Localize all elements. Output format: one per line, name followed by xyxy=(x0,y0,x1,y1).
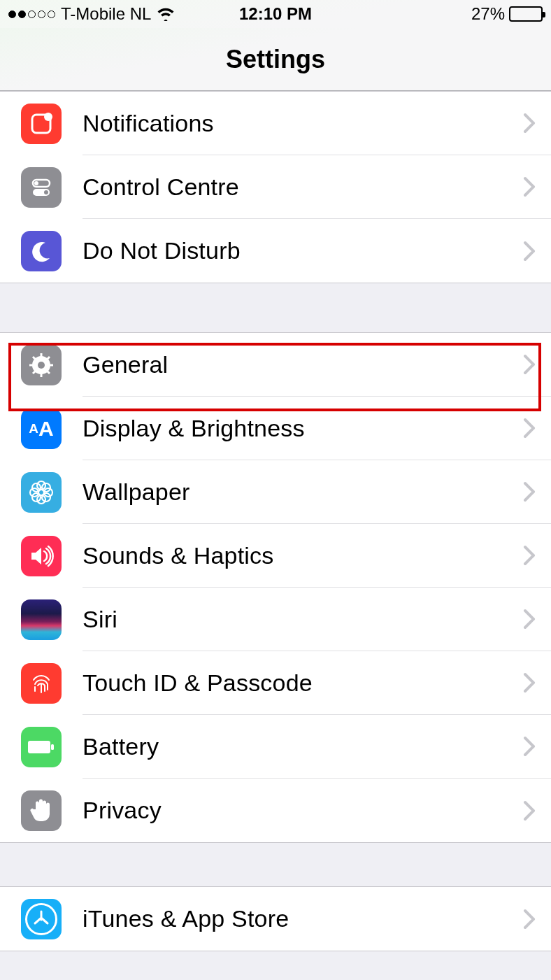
row-label: Wallpaper xyxy=(83,478,190,506)
svg-rect-26 xyxy=(51,744,54,750)
chevron-right-icon xyxy=(523,545,536,566)
fingerprint-icon xyxy=(21,663,62,704)
row-label: Do Not Disturb xyxy=(83,237,241,264)
page-title: Settings xyxy=(0,28,551,91)
svg-line-13 xyxy=(47,371,50,374)
hand-icon xyxy=(21,790,62,831)
row-do-not-disturb[interactable]: Do Not Disturb xyxy=(0,219,551,283)
chevron-right-icon xyxy=(523,176,536,197)
svg-point-20 xyxy=(44,488,52,497)
row-label: Notifications xyxy=(83,110,214,137)
row-label: General xyxy=(83,351,168,378)
row-general[interactable]: General xyxy=(0,333,551,397)
siri-icon xyxy=(21,599,62,640)
svg-point-1 xyxy=(44,113,52,121)
row-control-centre[interactable]: Control Centre xyxy=(0,155,551,219)
row-label: Control Centre xyxy=(83,173,239,201)
row-wallpaper[interactable]: Wallpaper xyxy=(0,460,551,524)
row-battery[interactable]: Battery xyxy=(0,715,551,779)
row-notifications[interactable]: Notifications xyxy=(0,92,551,155)
row-siri[interactable]: Siri xyxy=(0,588,551,651)
control-centre-icon xyxy=(21,167,62,208)
chevron-right-icon xyxy=(523,113,536,134)
status-right: 27% xyxy=(471,4,543,24)
carrier-text: T-Mobile NL xyxy=(61,4,151,24)
chevron-right-icon xyxy=(523,481,536,502)
row-label: Privacy xyxy=(83,797,162,824)
battery-percent: 27% xyxy=(471,4,505,24)
chevron-right-icon xyxy=(523,418,536,439)
svg-line-29 xyxy=(42,918,48,923)
svg-line-28 xyxy=(35,918,41,923)
text-size-icon: AA xyxy=(21,409,62,449)
row-sounds-haptics[interactable]: Sounds & Haptics xyxy=(0,524,551,588)
row-display-brightness[interactable]: AA Display & Brightness xyxy=(0,397,551,460)
flower-icon xyxy=(21,472,62,513)
row-label: Sounds & Haptics xyxy=(83,542,273,569)
svg-point-7 xyxy=(38,362,45,369)
row-label: Display & Brightness xyxy=(83,415,305,442)
svg-point-19 xyxy=(30,488,38,497)
svg-point-3 xyxy=(34,181,38,185)
row-label: Touch ID & Passcode xyxy=(83,669,313,697)
svg-point-5 xyxy=(44,190,48,194)
clock: 12:10 PM xyxy=(239,4,312,24)
svg-point-17 xyxy=(37,481,45,490)
app-store-icon xyxy=(21,899,62,939)
speaker-icon xyxy=(21,536,62,576)
battery-icon xyxy=(21,727,62,767)
chevron-right-icon xyxy=(523,609,536,630)
svg-point-18 xyxy=(37,495,45,504)
row-label: iTunes & App Store xyxy=(83,905,289,932)
chevron-right-icon xyxy=(523,241,536,262)
svg-point-23 xyxy=(42,483,50,492)
battery-icon xyxy=(509,6,543,22)
svg-line-15 xyxy=(33,371,36,374)
row-privacy[interactable]: Privacy xyxy=(0,779,551,842)
group-spacer xyxy=(0,283,551,332)
chevron-right-icon xyxy=(523,672,536,693)
wifi-icon xyxy=(157,7,175,21)
gear-icon xyxy=(21,345,62,385)
group-spacer xyxy=(0,843,551,886)
svg-line-14 xyxy=(47,357,50,360)
row-label: Siri xyxy=(83,606,117,633)
chevron-right-icon xyxy=(523,909,536,930)
status-bar: T-Mobile NL 12:10 PM 27% xyxy=(0,0,551,28)
settings-group: iTunes & App Store xyxy=(0,886,551,951)
svg-point-22 xyxy=(42,493,50,502)
row-itunes-app-store[interactable]: iTunes & App Store xyxy=(0,887,551,951)
status-left: T-Mobile NL xyxy=(8,4,175,24)
svg-rect-25 xyxy=(28,741,50,753)
notifications-icon xyxy=(21,104,62,144)
svg-point-24 xyxy=(32,493,41,502)
settings-group: Notifications Control Centre Do Not Dist… xyxy=(0,91,551,283)
chevron-right-icon xyxy=(523,354,536,375)
svg-point-21 xyxy=(32,483,41,492)
row-touch-id-passcode[interactable]: Touch ID & Passcode xyxy=(0,651,551,715)
chevron-right-icon xyxy=(523,736,536,757)
svg-line-12 xyxy=(33,357,36,360)
chevron-right-icon xyxy=(523,800,536,821)
signal-strength-icon xyxy=(8,10,55,18)
moon-icon xyxy=(21,231,62,271)
row-label: Battery xyxy=(83,733,159,760)
settings-group: General AA Display & Brightness xyxy=(0,332,551,843)
